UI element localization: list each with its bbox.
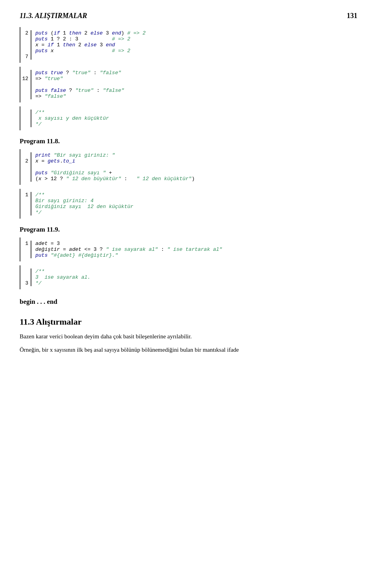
line-numbers-comment-x — [20, 110, 31, 127]
code-content-p9: adet = 3 değiştir = adet <= 3 ? " ise sa… — [31, 241, 357, 258]
line-numbers-truthy: 12 — [20, 70, 31, 99]
line-numbers-intro: 2 7 — [20, 30, 31, 60]
line-numbers-comment-p9: 3 — [20, 268, 31, 286]
code-content-comment-x: /** x sayısı y den küçüktür */ — [31, 110, 357, 127]
code-content-comment-p9: /** 3 ise sayarak al. */ — [31, 268, 357, 286]
comment-block-p9: 3 /** 3 ise sayarak al. */ — [20, 265, 357, 289]
line-numbers-comment-p8: 1 — [20, 192, 31, 215]
program9-label: Program 11.9. — [20, 226, 357, 234]
begin-end-label: begin . . . end — [20, 298, 357, 306]
body-text-1: Bazen karar verici boolean deyim daha ço… — [20, 332, 357, 341]
chapter-title: 11.3. ALIŞTIRMALAR — [20, 12, 87, 20]
code-block-truthy: 12 puts true ? "true" : "false" => "true… — [20, 67, 357, 102]
code-content-p8: print "Bir sayı giriniz: " x = gets.to_i… — [31, 152, 357, 182]
page-header: 11.3. ALIŞTIRMALAR 131 — [20, 12, 357, 20]
body-text-2: Örneğin, bir x sayısının ilk beş asal sa… — [20, 345, 357, 354]
program8-label: Program 11.8. — [20, 137, 357, 145]
line-numbers-p8: 2 — [20, 152, 31, 182]
comment-block-p8: 1 /** Bir sayı giriniz: 4 Girdiğiniz say… — [20, 189, 357, 219]
section-title: 11.3 Alıştırmalar — [20, 317, 357, 327]
comment-block-x: /** x sayısı y den küçüktür */ — [20, 106, 357, 130]
page-number: 131 — [347, 12, 357, 20]
code-block-p8: 2 print "Bir sayı giriniz: " x = gets.to… — [20, 149, 357, 185]
code-content-truthy: puts true ? "true" : "false" => "true" p… — [31, 70, 357, 99]
code-block-p9: 1 adet = 3 değiştir = adet <= 3 ? " ise … — [20, 237, 357, 261]
code-content-comment-p8: /** Bir sayı giriniz: 4 Girdiğiniz sayı … — [31, 192, 357, 215]
code-block-intro: 2 7 puts (if 1 then 2 else 3 end) # => 2… — [20, 27, 357, 63]
code-content-intro: puts (if 1 then 2 else 3 end) # => 2 put… — [31, 30, 357, 60]
line-numbers-p9: 1 — [20, 241, 31, 258]
